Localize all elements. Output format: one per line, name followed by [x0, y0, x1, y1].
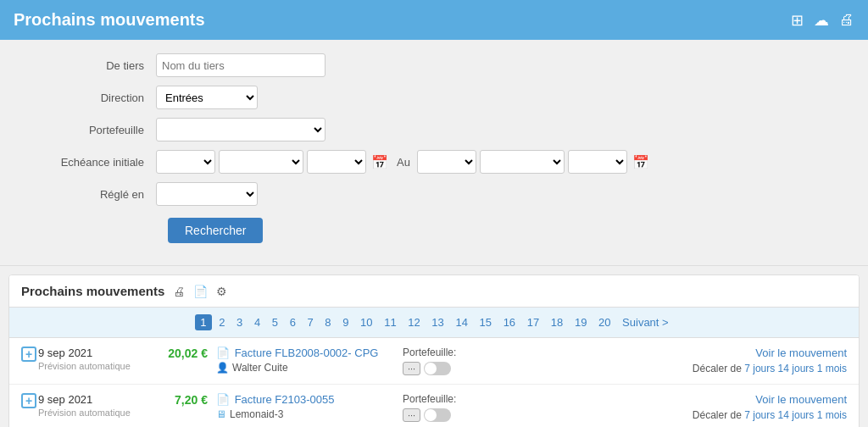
- decaler-label: Décaler de: [693, 409, 742, 421]
- actions-col: Voir le mouvement Décaler de 7 jours 14 …: [660, 347, 847, 374]
- decaler-label: Décaler de: [693, 363, 742, 374]
- table-row: + 9 sep 2021 Prévision automatique 7,20 …: [9, 385, 859, 427]
- page-3[interactable]: 3: [232, 314, 247, 330]
- results-title: Prochains mouvements: [21, 284, 164, 298]
- portfolio-toggle[interactable]: [424, 408, 451, 422]
- echeance-to-day-select[interactable]: [417, 150, 476, 174]
- echeance-to-month-select[interactable]: [480, 150, 565, 174]
- page-9[interactable]: 9: [338, 314, 353, 330]
- results-settings-icon[interactable]: ⚙: [216, 285, 227, 298]
- page-16[interactable]: 16: [499, 314, 520, 330]
- page-13[interactable]: 13: [427, 314, 448, 330]
- decaler-1m[interactable]: 1 mois: [817, 363, 847, 374]
- search-form: De tiers Direction Entrées Sorties Toute…: [0, 40, 868, 266]
- person-row: 👤 Walter Cuite: [216, 362, 394, 374]
- results-container: Prochains mouvements 🖨 📄 ⚙ 1 2 3 4 5 6 7…: [8, 274, 860, 427]
- page-15[interactable]: 15: [476, 314, 496, 330]
- decaler-1m[interactable]: 1 mois: [817, 409, 847, 421]
- date-col: 9 sep 2021 Prévision automatique: [38, 347, 131, 371]
- decaler-row: Décaler de 7 jours 14 jours 1 mois: [660, 363, 847, 374]
- date-sub: Prévision automatique: [38, 408, 131, 418]
- reglee-label: Réglé en: [20, 188, 156, 201]
- de-tiers-label: De tiers: [20, 59, 156, 72]
- echeance-day-select[interactable]: [156, 150, 215, 174]
- portfolio-col: Portefeuille: ···: [394, 347, 660, 375]
- echeance-controls: 📅 Au 📅: [156, 150, 651, 174]
- actions-col: Voir le mouvement Décaler de 7 jours 14 …: [660, 393, 847, 421]
- person-name: Walter Cuite: [232, 362, 288, 374]
- doc-link[interactable]: Facture F2103-0055: [235, 393, 335, 406]
- date-col: 9 sep 2021 Prévision automatique: [38, 393, 131, 418]
- doc-col: 📄 Facture F2103-0055 🖥 Lemonaid-3: [208, 393, 394, 420]
- page-18[interactable]: 18: [547, 314, 567, 330]
- page-17[interactable]: 17: [523, 314, 543, 330]
- page-2[interactable]: 2: [214, 314, 229, 330]
- page-11[interactable]: 11: [380, 314, 400, 330]
- decaler-7j[interactable]: 7 jours: [744, 409, 775, 421]
- person-row: 🖥 Lemonaid-3: [216, 408, 394, 420]
- page-8[interactable]: 8: [320, 314, 335, 330]
- expand-col: +: [21, 347, 38, 362]
- date-value: 9 sep 2021: [38, 393, 131, 406]
- voir-link[interactable]: Voir le mouvement: [660, 347, 847, 359]
- decaler-7j[interactable]: 7 jours: [744, 363, 775, 374]
- echeance-row: Echéance initiale 📅 Au 📅: [20, 150, 848, 174]
- page-14[interactable]: 14: [451, 314, 471, 330]
- amount-col: 7,20 €: [131, 393, 208, 407]
- echeance-to-year-select[interactable]: [568, 150, 627, 174]
- doc-file-icon: 📄: [216, 393, 230, 406]
- portfolio-icons: ···: [403, 362, 660, 375]
- echeance-month-select[interactable]: [219, 150, 303, 174]
- portfolio-label: Portefeuille:: [403, 393, 660, 405]
- expand-button[interactable]: +: [21, 347, 36, 362]
- table-row: + 9 sep 2021 Prévision automatique 20,02…: [9, 338, 859, 385]
- person-name: Lemonaid-3: [230, 408, 283, 420]
- page-7[interactable]: 7: [303, 314, 317, 330]
- reglee-select[interactable]: [156, 182, 258, 206]
- echeance-label: Echéance initiale: [20, 156, 156, 169]
- amount-value: 20,02 €: [168, 347, 208, 360]
- page-12[interactable]: 12: [403, 314, 424, 330]
- page-20[interactable]: 20: [594, 314, 615, 330]
- next-page[interactable]: Suivant >: [618, 314, 673, 330]
- doc-file-icon: 📄: [216, 347, 230, 359]
- decaler-14j[interactable]: 14 jours: [778, 363, 815, 374]
- voir-link[interactable]: Voir le mouvement: [660, 393, 847, 406]
- au-label: Au: [397, 156, 410, 169]
- reglee-row: Réglé en: [20, 182, 848, 206]
- search-button[interactable]: Rechercher: [168, 218, 263, 243]
- portfolio-toggle[interactable]: [424, 362, 451, 375]
- page-4[interactable]: 4: [250, 314, 264, 330]
- page-5[interactable]: 5: [268, 314, 282, 330]
- date-value: 9 sep 2021: [38, 347, 131, 359]
- doc-link[interactable]: Facture FLB2008-0002- CPG: [235, 347, 379, 359]
- expand-col: +: [21, 393, 38, 408]
- page-10[interactable]: 10: [356, 314, 376, 330]
- cloud-icon[interactable]: ☁: [814, 11, 829, 30]
- header-actions: ⊞ ☁ 🖨: [791, 11, 854, 30]
- date-sub: Prévision automatique: [38, 361, 131, 371]
- decaler-14j[interactable]: 14 jours: [778, 409, 815, 421]
- portfolio-label: Portefeuille:: [403, 347, 660, 358]
- portfolio-more-btn[interactable]: ···: [403, 362, 420, 375]
- echeance-to-calendar-icon[interactable]: 📅: [632, 154, 649, 170]
- expand-button[interactable]: +: [21, 393, 36, 408]
- results-export-icon[interactable]: 📄: [193, 285, 208, 298]
- print-icon[interactable]: 🖨: [839, 11, 854, 30]
- portefeuille-select[interactable]: [156, 118, 326, 141]
- device-icon: 🖥: [216, 408, 226, 420]
- person-icon: 👤: [216, 362, 229, 374]
- echeance-calendar-icon[interactable]: 📅: [371, 154, 388, 170]
- grid-icon[interactable]: ⊞: [791, 11, 804, 30]
- direction-row: Direction Entrées Sorties Toutes: [20, 86, 848, 109]
- page-1[interactable]: 1: [195, 314, 211, 330]
- page-6[interactable]: 6: [286, 314, 300, 330]
- results-print-icon[interactable]: 🖨: [173, 285, 185, 298]
- portfolio-more-btn[interactable]: ···: [403, 408, 420, 422]
- portfolio-icons: ···: [403, 408, 660, 422]
- de-tiers-input[interactable]: [156, 53, 326, 77]
- direction-select[interactable]: Entrées Sorties Toutes: [156, 86, 258, 109]
- page-19[interactable]: 19: [570, 314, 591, 330]
- echeance-year-select[interactable]: [307, 150, 366, 174]
- portefeuille-label: Portefeuille: [20, 124, 156, 136]
